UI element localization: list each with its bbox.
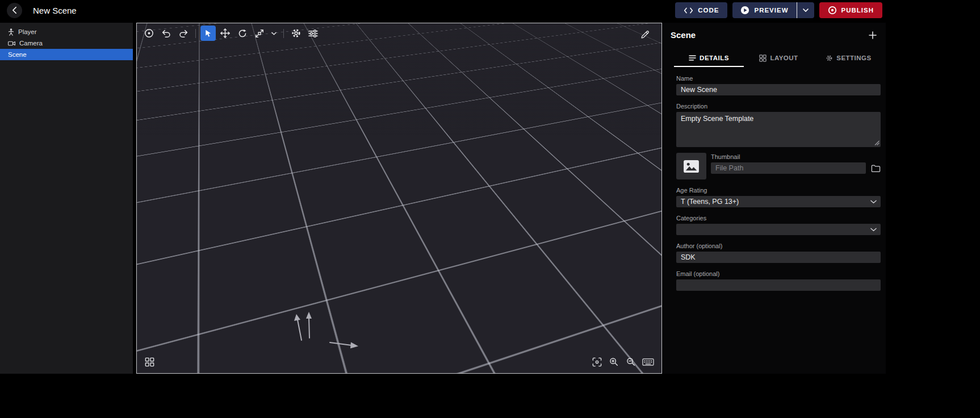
author-input[interactable] <box>676 252 881 263</box>
select-tool-icon <box>204 29 212 37</box>
grid-icon <box>144 357 155 367</box>
email-label: Email (optional) <box>676 270 881 277</box>
categories-select[interactable] <box>676 224 881 235</box>
tab-layout[interactable]: LAYOUT <box>744 50 814 67</box>
focus-button[interactable] <box>590 355 604 369</box>
grid-toggle-button[interactable] <box>143 355 156 369</box>
chevron-down-icon <box>870 200 877 204</box>
age-rating-select[interactable]: T (Teens, PG 13+) <box>676 196 881 207</box>
zoom-in-button[interactable] <box>607 355 621 369</box>
email-input[interactable] <box>676 279 881 291</box>
publish-button[interactable]: PUBLISH <box>819 2 882 18</box>
tool-more-button[interactable] <box>269 26 279 41</box>
top-bar: New Scene CODE PREVIEW PUBLISH <box>0 0 886 20</box>
sidebar-item-player[interactable]: Player <box>0 26 133 37</box>
thumbnail-path-input[interactable] <box>711 162 866 174</box>
hierarchy-sidebar: Player Camera Scene <box>0 23 133 374</box>
back-button[interactable] <box>7 3 22 18</box>
create-icon <box>144 28 154 39</box>
publish-target-icon <box>828 6 837 15</box>
sidebar-item-label: Camera <box>19 40 43 47</box>
select-tool-button[interactable] <box>200 26 216 41</box>
inspector-title: Scene <box>671 30 696 40</box>
create-button[interactable] <box>141 26 157 41</box>
thumbnail-preview[interactable] <box>676 153 706 179</box>
gear-icon <box>826 55 833 62</box>
code-button[interactable]: CODE <box>675 2 727 18</box>
age-rating-label: Age Rating <box>676 187 881 194</box>
rotate-tool-icon <box>237 28 248 39</box>
description-textarea[interactable]: Empty Scene Template <box>676 112 881 147</box>
folder-icon <box>871 164 881 173</box>
list-icon <box>689 55 696 61</box>
zoom-out-icon <box>626 357 636 367</box>
person-icon <box>8 28 14 36</box>
name-input[interactable] <box>676 84 881 95</box>
gear-icon <box>291 28 301 39</box>
sidebar-item-label: Player <box>18 28 37 35</box>
sidebar-item-camera[interactable]: Camera <box>0 37 133 49</box>
focus-icon <box>592 357 602 367</box>
viewport-canvas[interactable] <box>136 23 662 374</box>
toolbar-divider <box>195 29 196 38</box>
chevron-down-icon <box>870 228 877 232</box>
preview-button[interactable]: PREVIEW <box>732 2 796 18</box>
move-tool-icon <box>220 28 231 39</box>
publish-button-label: PUBLISH <box>841 7 874 14</box>
name-label: Name <box>676 75 881 82</box>
topbar-actions: CODE PREVIEW PUBLISH <box>675 2 882 18</box>
details-form: Name Description Empty Scene Template Th… <box>662 67 886 291</box>
add-button[interactable] <box>869 31 877 39</box>
viewport-options-button[interactable] <box>305 26 321 41</box>
app-window: New Scene CODE PREVIEW PUBLISH <box>0 0 886 374</box>
code-button-label: CODE <box>698 7 719 14</box>
tab-label: DETAILS <box>700 55 729 61</box>
viewport-bottom-left <box>143 355 156 369</box>
tab-settings[interactable]: SETTINGS <box>814 50 883 67</box>
viewport-toolbar <box>141 26 321 41</box>
page-title: New Scene <box>33 6 77 15</box>
preview-dropdown-button[interactable] <box>797 2 814 18</box>
tab-label: LAYOUT <box>770 55 798 61</box>
code-icon <box>684 7 693 14</box>
plus-icon <box>869 31 877 39</box>
zoom-out-button[interactable] <box>624 355 638 369</box>
inspector-tabs: DETAILS LAYOUT SETTINGS <box>674 50 883 67</box>
edit-mode-button[interactable] <box>637 27 652 42</box>
tab-details[interactable]: DETAILS <box>674 50 744 67</box>
undo-icon <box>161 28 171 38</box>
inspector-header: Scene <box>662 23 886 40</box>
play-circle-icon <box>740 6 749 15</box>
move-tool-button[interactable] <box>217 26 233 41</box>
rotate-tool-button[interactable] <box>234 26 250 41</box>
tab-label: SETTINGS <box>836 55 872 61</box>
keyboard-shortcuts-button[interactable] <box>641 355 655 369</box>
scale-tool-button[interactable] <box>252 26 267 41</box>
undo-button[interactable] <box>158 26 174 41</box>
preview-button-label: PREVIEW <box>754 7 788 14</box>
video-camera-icon <box>8 40 15 47</box>
keyboard-icon <box>642 358 654 366</box>
categories-label: Categories <box>676 215 881 221</box>
caret-down-icon <box>803 9 809 12</box>
preview-button-group: PREVIEW <box>732 2 814 18</box>
description-label: Description <box>676 103 881 110</box>
sidebar-item-scene[interactable]: Scene <box>0 49 133 60</box>
viewport-bottom-right <box>590 355 655 369</box>
ground-grid-plane <box>137 23 661 373</box>
author-label: Author (optional) <box>676 243 881 249</box>
viewport-settings-button[interactable] <box>288 26 304 41</box>
inspector-panel: Scene DETAILS LAYOUT SETTINGS Name Descr… <box>662 23 886 374</box>
chevron-down-icon <box>271 32 277 35</box>
viewport-perspective <box>137 23 661 373</box>
axis-gizmo <box>289 302 374 356</box>
thumbnail-section: Thumbnail <box>676 153 881 179</box>
scale-tool-icon <box>254 28 265 39</box>
sidebar-item-label: Scene <box>8 51 27 58</box>
chevron-left-icon <box>12 6 17 14</box>
layout-icon <box>759 55 767 62</box>
browse-file-button[interactable] <box>871 164 881 173</box>
toolbar-divider <box>283 29 284 38</box>
zoom-in-icon <box>609 357 619 367</box>
redo-button[interactable] <box>175 26 191 41</box>
